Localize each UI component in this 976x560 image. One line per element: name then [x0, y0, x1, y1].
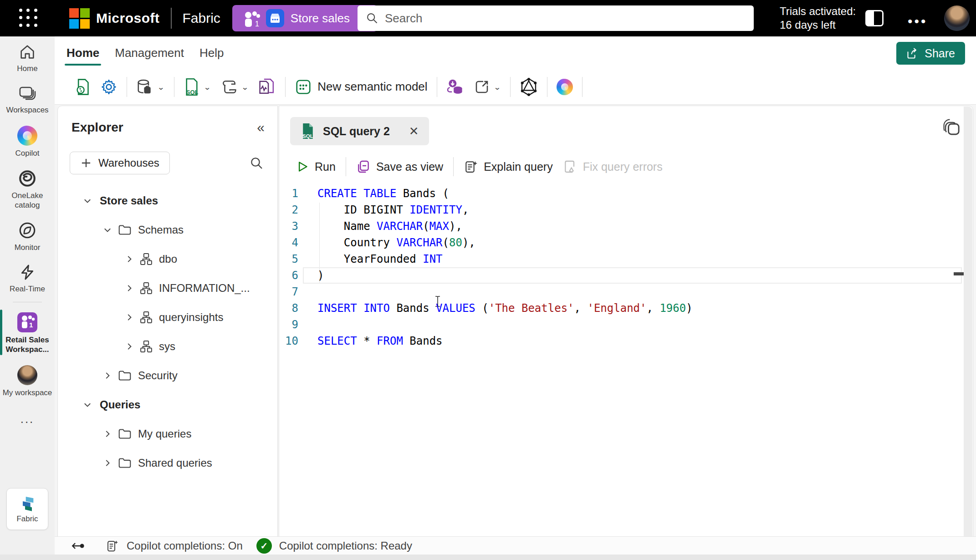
- workspace-pill[interactable]: 1 Store sales ✕: [232, 5, 378, 31]
- search-input[interactable]: [385, 11, 731, 25]
- schema-icon: [140, 311, 153, 324]
- sql-code-editor[interactable]: 1CREATE TABLE Bands (2 ID BIGINT IDENTIT…: [279, 183, 973, 538]
- tab-help[interactable]: Help: [198, 40, 225, 66]
- top-bar: Microsoft Fabric 1 Store sales ✕: [0, 0, 976, 36]
- sidebar-item-workspaces[interactable]: Workspaces: [0, 78, 55, 119]
- copilot-completions-state[interactable]: Copilot completions: On: [127, 540, 243, 552]
- new-sql-query-dropdown[interactable]: SQL ⌄: [184, 77, 211, 97]
- tab-home[interactable]: Home: [65, 40, 101, 66]
- fabric-switcher[interactable]: Fabric: [6, 488, 48, 530]
- refresh-button[interactable]: [75, 78, 91, 96]
- explorer-search-icon[interactable]: [249, 156, 264, 170]
- tree-item-label: Shared queries: [138, 457, 212, 469]
- gear-icon: [100, 78, 118, 96]
- collapse-panel-icon[interactable]: «: [257, 120, 265, 135]
- explorer-title: Explorer: [72, 120, 123, 135]
- workspaces-icon: [18, 84, 37, 102]
- save-as-view-button[interactable]: Save as view: [356, 159, 443, 174]
- tree-expander[interactable]: [123, 283, 135, 293]
- tree-expander[interactable]: [102, 458, 113, 468]
- share-button[interactable]: Share: [896, 42, 965, 65]
- tree-item-sys[interactable]: sys: [58, 332, 277, 361]
- tab-close-icon[interactable]: ✕: [409, 124, 419, 138]
- tree-item-store-sales[interactable]: Store sales: [58, 186, 277, 215]
- get-data-dropdown[interactable]: ⌄: [136, 78, 165, 96]
- chevron-down-icon: ⌄: [157, 82, 165, 91]
- tree-item-dbo[interactable]: dbo: [58, 244, 277, 274]
- global-search[interactable]: [358, 5, 754, 31]
- graphql-api-button[interactable]: [520, 77, 538, 97]
- account-avatar[interactable]: [944, 5, 970, 31]
- tree-expander[interactable]: [123, 254, 135, 264]
- tree-item-shared-queries[interactable]: Shared queries: [58, 448, 277, 478]
- line-number: 3: [279, 218, 298, 234]
- tree-item-queries[interactable]: Queries: [58, 390, 277, 419]
- schema-icon: [140, 282, 153, 295]
- copy-icon[interactable]: [942, 119, 961, 138]
- tree-item-queryinsights[interactable]: queryinsights: [58, 303, 277, 332]
- side-panel-toggle-icon[interactable]: [865, 10, 884, 26]
- tree-expander[interactable]: [82, 196, 93, 206]
- import-data-button[interactable]: [446, 78, 465, 96]
- ready-check-icon: ✓: [256, 538, 272, 554]
- code-line-3: 3 Name VARCHAR(MAX),: [279, 218, 973, 234]
- sidebar-item-onelake-catalog[interactable]: OneLake catalog: [0, 163, 55, 214]
- object-tree: Store salesSchemasdboINFORMATION_...quer…: [58, 186, 277, 478]
- sidebar-item-retail-sales-workspace[interactable]: 1 Retail Sales Workspac...: [0, 306, 55, 359]
- add-warehouses-button[interactable]: Warehouses: [70, 152, 170, 174]
- copilot-icon: [17, 126, 37, 146]
- more-options-icon[interactable]: •••: [908, 14, 928, 29]
- folder-icon: [118, 428, 132, 440]
- new-semantic-model-button[interactable]: New semantic model: [295, 78, 427, 96]
- tree-expander[interactable]: [123, 341, 135, 351]
- microsoft-logo-icon: [69, 8, 90, 29]
- query-insights-button[interactable]: [258, 77, 276, 97]
- open-in-new-window-dropdown[interactable]: ⌄: [474, 79, 501, 95]
- monitor-icon: [18, 221, 37, 240]
- code-text: YearFounded INT: [317, 251, 443, 267]
- tree-expander[interactable]: [123, 312, 135, 322]
- editor-tabstrip: SQL SQL query 2 ✕: [279, 106, 973, 151]
- tree-item-schemas[interactable]: Schemas: [58, 215, 277, 244]
- sidebar-item-home[interactable]: Home: [0, 36, 55, 78]
- sidebar-item-my-workspace[interactable]: My workspace: [0, 359, 55, 402]
- code-text: Country VARCHAR(80),: [317, 234, 475, 251]
- code-text: SELECT * FROM Bands: [317, 333, 443, 349]
- settings-button[interactable]: [100, 78, 118, 96]
- explain-query-button[interactable]: Explain query: [464, 159, 552, 174]
- rail-more-icon[interactable]: ...: [20, 412, 35, 426]
- svg-text:1: 1: [29, 321, 33, 329]
- warehouse-data-icon: [136, 78, 153, 96]
- copilot-toolbar-button[interactable]: [557, 79, 573, 95]
- code-text: INSERT INTO Bands VALUES ('The Beatles',…: [317, 300, 693, 316]
- microsoft-logo[interactable]: Microsoft: [69, 8, 160, 29]
- chevron-down-icon: ⌄: [241, 82, 249, 91]
- sidebar-item-copilot[interactable]: Copilot: [0, 119, 55, 163]
- tree-expander[interactable]: [102, 225, 113, 235]
- tab-sql-query-2[interactable]: SQL SQL query 2 ✕: [290, 117, 429, 145]
- tree-item-label: Store sales: [100, 194, 158, 207]
- trials-status[interactable]: Trials activated: 16 days left: [780, 5, 856, 32]
- tree-expander[interactable]: [102, 429, 113, 439]
- sidebar-item-monitor[interactable]: Monitor: [0, 214, 55, 257]
- folder-icon: [118, 224, 132, 236]
- app-launcher-icon[interactable]: [19, 9, 38, 28]
- fix-query-errors-button[interactable]: Fix query errors: [563, 159, 663, 174]
- tab-management[interactable]: Management: [113, 40, 186, 66]
- tree-item-information[interactable]: INFORMATION_...: [58, 274, 277, 303]
- line-number: 10: [279, 333, 298, 349]
- new-visual-query-dropdown[interactable]: ⌄: [220, 78, 249, 96]
- tree-expander[interactable]: [82, 400, 93, 410]
- run-button[interactable]: Run: [296, 160, 336, 173]
- tree-item-security[interactable]: Security: [58, 361, 277, 390]
- sql-file-icon: SQL: [184, 77, 200, 97]
- store-sales-app-icon: [266, 9, 284, 27]
- editor-scrollbar[interactable]: [964, 107, 972, 560]
- collapse-statusbar-icon[interactable]: [70, 540, 86, 552]
- tree-item-label: queryinsights: [159, 311, 223, 324]
- querybar-divider: [453, 157, 454, 176]
- tree-expander[interactable]: [102, 371, 113, 381]
- tree-item-my-queries[interactable]: My queries: [58, 419, 277, 448]
- onelake-icon: [18, 169, 37, 188]
- sidebar-item-real-time[interactable]: Real-Time: [0, 257, 55, 298]
